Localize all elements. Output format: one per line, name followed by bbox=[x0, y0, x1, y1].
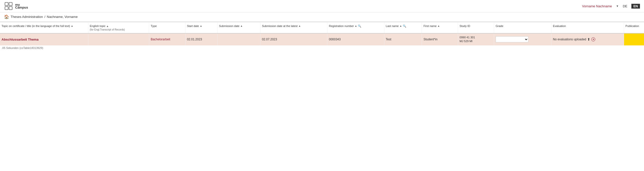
delete-eval-icon[interactable]: ✕ bbox=[591, 37, 595, 41]
col-submission-date-sort[interactable]: ▲ bbox=[240, 24, 243, 27]
no-eval-text: No evaluations uploaded bbox=[553, 38, 586, 41]
lang-de-button[interactable]: DE bbox=[623, 4, 627, 8]
col-registration-number-label: Registration number bbox=[329, 24, 354, 27]
table-header-row: Topic on certificate / title (in the lan… bbox=[0, 22, 644, 33]
col-submission-latest-label: Submission date at the latest bbox=[262, 24, 298, 27]
svg-rect-3 bbox=[9, 7, 12, 10]
cell-first-name: Student*in bbox=[422, 33, 458, 45]
breadcrumb-page: Nachname, Vorname bbox=[47, 15, 78, 19]
col-registration-number-search[interactable]: 🔍 bbox=[358, 24, 361, 28]
theses-table: Topic on certificate / title (in the lan… bbox=[0, 22, 644, 50]
col-start-date[interactable]: Start date ▲ bbox=[185, 22, 217, 33]
cell-study-id: 0990 41 301 MJ 529 MI bbox=[458, 33, 494, 45]
svg-rect-2 bbox=[5, 7, 8, 10]
col-topic[interactable]: Topic on certificate / title (in the lan… bbox=[0, 22, 88, 33]
col-type-label: Type bbox=[151, 24, 157, 27]
svg-rect-0 bbox=[5, 3, 8, 6]
home-icon[interactable]: 🏠 bbox=[4, 14, 9, 19]
col-registration-number-sort[interactable]: ▲ bbox=[355, 24, 357, 27]
col-english-topic-label: English topic bbox=[90, 24, 105, 27]
study-id-line1: 0990 41 301 bbox=[460, 36, 475, 39]
breadcrumb-separator: / bbox=[44, 15, 45, 19]
col-submission-date[interactable]: Submission date ▲ bbox=[217, 22, 260, 33]
top-nav: my Campus Vorname Nachname ▼ DE EN bbox=[0, 0, 644, 12]
logo-area: my Campus bbox=[4, 2, 28, 11]
cell-submission-latest: 02.07.2023 bbox=[260, 33, 327, 45]
cell-last-name: Test bbox=[384, 33, 422, 45]
col-grade[interactable]: Grade bbox=[494, 22, 551, 33]
cell-topic: Abschlussarbeit Thema bbox=[0, 33, 88, 45]
svg-rect-1 bbox=[9, 3, 12, 6]
col-evaluation-label: Evaluation bbox=[553, 24, 566, 27]
logo-campus: Campus bbox=[15, 6, 28, 9]
col-topic-sort[interactable]: ▲ bbox=[71, 24, 73, 27]
col-publication-label: Publication bbox=[626, 24, 639, 27]
study-id-line2: MJ 529 MI bbox=[460, 40, 472, 43]
col-registration-number[interactable]: Registration number ▲ 🔍 bbox=[327, 22, 384, 33]
user-name[interactable]: Vorname Nachname bbox=[582, 4, 612, 8]
col-start-date-sort[interactable]: ▲ bbox=[200, 24, 202, 27]
cell-submission-date bbox=[217, 33, 260, 45]
col-first-name-label: First name bbox=[423, 24, 437, 27]
cell-registration-number: 0000343 bbox=[327, 33, 384, 45]
col-last-name-sort[interactable]: ▲ bbox=[399, 24, 402, 27]
table-row: Abschlussarbeit Thema Bachelorarbeit 02.… bbox=[0, 33, 644, 45]
cell-type: Bachelorarbeit bbox=[149, 33, 185, 45]
breadcrumb-section: Theses Administration bbox=[11, 15, 43, 19]
col-last-name[interactable]: Last name ▲ 🔍 bbox=[384, 22, 422, 33]
col-study-id-label: Study ID bbox=[460, 24, 470, 27]
col-evaluation[interactable]: Evaluation bbox=[551, 22, 624, 33]
col-type[interactable]: Type bbox=[149, 22, 185, 33]
col-submission-latest[interactable]: Submission date at the latest ▲ bbox=[260, 22, 327, 33]
col-study-id[interactable]: Study ID bbox=[458, 22, 494, 33]
col-first-name[interactable]: First name ▲ bbox=[422, 22, 458, 33]
col-english-topic[interactable]: English topic ▲ (for Engl.Transcript of … bbox=[88, 22, 149, 33]
col-start-date-label: Start date bbox=[187, 24, 199, 27]
breadcrumb: 🏠 Theses Administration / Nachname, Vorn… bbox=[0, 12, 644, 21]
upload-icon[interactable]: ⬆ bbox=[587, 37, 590, 41]
col-submission-date-label: Submission date bbox=[219, 24, 239, 27]
col-english-topic-sort[interactable]: ▲ bbox=[106, 25, 109, 27]
col-submission-latest-sort[interactable]: ▲ bbox=[298, 24, 301, 27]
col-first-name-sort[interactable]: ▲ bbox=[437, 24, 440, 27]
seconds-text: .05 Sekunden (coTable18313929) bbox=[0, 45, 644, 50]
col-topic-label: Topic on certificate / title (in the lan… bbox=[2, 24, 70, 27]
cell-english-topic bbox=[88, 33, 149, 45]
col-grade-label: Grade bbox=[496, 24, 503, 27]
nav-right: Vorname Nachname ▼ DE EN bbox=[582, 4, 640, 9]
col-last-name-search[interactable]: 🔍 bbox=[403, 24, 406, 28]
cell-publication bbox=[624, 33, 644, 45]
grade-select[interactable] bbox=[496, 36, 528, 42]
table-wrapper: Topic on certificate / title (in the lan… bbox=[0, 22, 644, 50]
seconds-row: .05 Sekunden (coTable18313929) bbox=[0, 45, 644, 50]
lang-en-button[interactable]: EN bbox=[631, 4, 640, 9]
col-last-name-label: Last name bbox=[386, 24, 399, 27]
logo-icon bbox=[4, 2, 13, 11]
col-english-topic-sublabel: (for Engl.Transcript of Records) bbox=[90, 28, 125, 31]
cell-evaluation: No evaluations uploaded ⬆ ✕ bbox=[551, 33, 624, 45]
col-publication[interactable]: Publication bbox=[624, 22, 644, 33]
cell-start-date: 02.01.2023 bbox=[185, 33, 217, 45]
cell-grade[interactable] bbox=[494, 33, 551, 45]
